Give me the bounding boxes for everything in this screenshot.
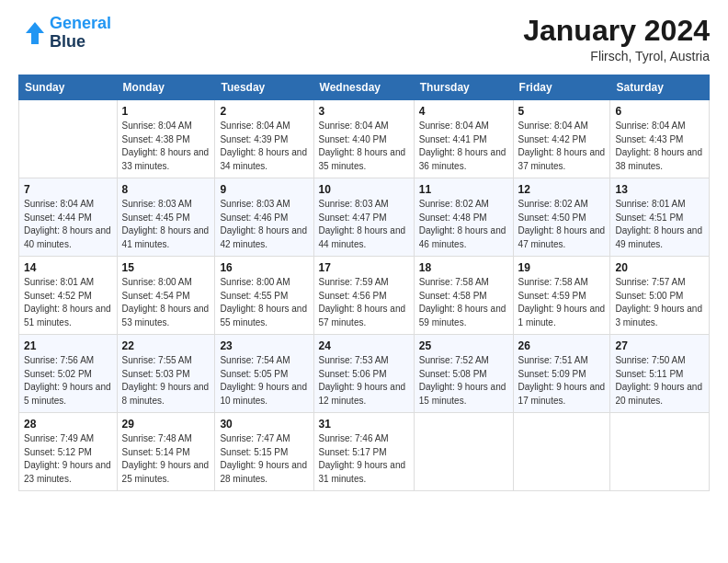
day-number: 11 [419, 183, 508, 196]
day-cell: 17 Sunrise: 7:59 AMSunset: 4:56 PMDaylig… [313, 257, 414, 335]
logo: General Blue [18, 15, 111, 52]
day-detail: Sunrise: 7:49 AMSunset: 5:12 PMDaylight:… [24, 432, 112, 486]
day-cell: 1 Sunrise: 8:04 AMSunset: 4:38 PMDayligh… [117, 100, 215, 178]
day-detail: Sunrise: 7:55 AMSunset: 5:03 PMDaylight:… [122, 354, 210, 408]
day-cell [610, 413, 710, 491]
day-cell: 24 Sunrise: 7:53 AMSunset: 5:06 PMDaylig… [313, 335, 414, 413]
day-number: 2 [220, 105, 308, 118]
col-monday: Monday [117, 75, 215, 100]
day-cell: 16 Sunrise: 8:00 AMSunset: 4:55 PMDaylig… [215, 257, 313, 335]
day-detail: Sunrise: 8:02 AMSunset: 4:48 PMDaylight:… [419, 198, 508, 251]
day-detail: Sunrise: 7:50 AMSunset: 5:11 PMDaylight:… [615, 354, 704, 408]
day-cell: 10 Sunrise: 8:03 AMSunset: 4:47 PMDaylig… [313, 178, 414, 257]
location: Flirsch, Tyrol, Austria [523, 49, 710, 63]
page: General Blue January 2024 Flirsch, Tyrol… [0, 0, 728, 563]
day-detail: Sunrise: 7:51 AMSunset: 5:09 PMDaylight:… [518, 354, 606, 408]
logo-icon [18, 20, 46, 46]
day-detail: Sunrise: 8:04 AMSunset: 4:41 PMDaylight:… [419, 120, 508, 173]
day-number: 15 [122, 261, 210, 274]
day-number: 9 [220, 183, 308, 196]
day-detail: Sunrise: 7:53 AMSunset: 5:06 PMDaylight:… [319, 354, 409, 408]
day-number: 14 [24, 261, 112, 274]
header: General Blue January 2024 Flirsch, Tyrol… [18, 15, 710, 63]
day-detail: Sunrise: 8:02 AMSunset: 4:50 PMDaylight:… [518, 198, 606, 251]
day-cell [414, 413, 513, 491]
day-cell: 31 Sunrise: 7:46 AMSunset: 5:17 PMDaylig… [313, 413, 414, 491]
day-cell: 28 Sunrise: 7:49 AMSunset: 5:12 PMDaylig… [19, 413, 118, 491]
day-number: 18 [419, 261, 508, 274]
day-detail: Sunrise: 7:48 AMSunset: 5:14 PMDaylight:… [122, 432, 210, 486]
day-number: 26 [518, 339, 606, 352]
day-number: 12 [518, 183, 606, 196]
day-number: 30 [220, 418, 308, 431]
day-detail: Sunrise: 8:03 AMSunset: 4:45 PMDaylight:… [122, 198, 210, 251]
day-cell: 22 Sunrise: 7:55 AMSunset: 5:03 PMDaylig… [117, 335, 215, 413]
col-saturday: Saturday [610, 75, 710, 100]
day-number: 8 [122, 183, 210, 196]
calendar-table: Sunday Monday Tuesday Wednesday Thursday… [18, 75, 710, 491]
day-cell: 26 Sunrise: 7:51 AMSunset: 5:09 PMDaylig… [513, 335, 610, 413]
day-detail: Sunrise: 7:46 AMSunset: 5:17 PMDaylight:… [319, 432, 409, 486]
day-number: 4 [419, 105, 508, 118]
month-title: January 2024 [523, 15, 710, 47]
day-detail: Sunrise: 7:52 AMSunset: 5:08 PMDaylight:… [419, 354, 508, 408]
day-detail: Sunrise: 8:01 AMSunset: 4:52 PMDaylight:… [24, 276, 112, 329]
day-detail: Sunrise: 7:57 AMSunset: 5:00 PMDaylight:… [615, 276, 704, 329]
day-number: 21 [24, 339, 112, 352]
day-cell: 6 Sunrise: 8:04 AMSunset: 4:43 PMDayligh… [610, 100, 710, 178]
day-number: 16 [220, 261, 308, 274]
day-number: 29 [122, 418, 210, 431]
day-number: 19 [518, 261, 606, 274]
week-row-3: 14 Sunrise: 8:01 AMSunset: 4:52 PMDaylig… [19, 257, 710, 335]
day-cell: 15 Sunrise: 8:00 AMSunset: 4:54 PMDaylig… [117, 257, 215, 335]
day-cell: 2 Sunrise: 8:04 AMSunset: 4:39 PMDayligh… [215, 100, 313, 178]
col-wednesday: Wednesday [313, 75, 414, 100]
day-cell: 30 Sunrise: 7:47 AMSunset: 5:15 PMDaylig… [215, 413, 313, 491]
day-number: 3 [319, 105, 409, 118]
day-cell [19, 100, 118, 178]
day-number: 13 [615, 183, 704, 196]
day-detail: Sunrise: 8:03 AMSunset: 4:47 PMDaylight:… [319, 198, 409, 251]
day-cell: 3 Sunrise: 8:04 AMSunset: 4:40 PMDayligh… [313, 100, 414, 178]
day-cell: 5 Sunrise: 8:04 AMSunset: 4:42 PMDayligh… [513, 100, 610, 178]
day-detail: Sunrise: 8:04 AMSunset: 4:38 PMDaylight:… [122, 120, 210, 173]
day-number: 7 [24, 183, 112, 196]
day-cell: 20 Sunrise: 7:57 AMSunset: 5:00 PMDaylig… [610, 257, 710, 335]
day-detail: Sunrise: 8:04 AMSunset: 4:39 PMDaylight:… [220, 120, 308, 173]
title-block: January 2024 Flirsch, Tyrol, Austria [523, 15, 710, 63]
day-cell: 23 Sunrise: 7:54 AMSunset: 5:05 PMDaylig… [215, 335, 313, 413]
day-detail: Sunrise: 7:58 AMSunset: 4:58 PMDaylight:… [419, 276, 508, 329]
day-number: 10 [319, 183, 409, 196]
day-cell: 21 Sunrise: 7:56 AMSunset: 5:02 PMDaylig… [19, 335, 118, 413]
day-detail: Sunrise: 8:04 AMSunset: 4:40 PMDaylight:… [319, 120, 409, 173]
week-row-1: 1 Sunrise: 8:04 AMSunset: 4:38 PMDayligh… [19, 100, 710, 178]
day-cell: 11 Sunrise: 8:02 AMSunset: 4:48 PMDaylig… [414, 178, 513, 257]
logo-text: General Blue [50, 15, 111, 52]
day-number: 22 [122, 339, 210, 352]
day-number: 23 [220, 339, 308, 352]
day-number: 1 [122, 105, 210, 118]
day-detail: Sunrise: 7:58 AMSunset: 4:59 PMDaylight:… [518, 276, 606, 329]
day-number: 27 [615, 339, 704, 352]
day-detail: Sunrise: 7:59 AMSunset: 4:56 PMDaylight:… [319, 276, 409, 329]
day-number: 31 [319, 418, 409, 431]
day-cell: 18 Sunrise: 7:58 AMSunset: 4:58 PMDaylig… [414, 257, 513, 335]
day-detail: Sunrise: 8:03 AMSunset: 4:46 PMDaylight:… [220, 198, 308, 251]
day-cell [513, 413, 610, 491]
day-cell: 19 Sunrise: 7:58 AMSunset: 4:59 PMDaylig… [513, 257, 610, 335]
day-number: 20 [615, 261, 704, 274]
day-number: 6 [615, 105, 704, 118]
week-row-2: 7 Sunrise: 8:04 AMSunset: 4:44 PMDayligh… [19, 178, 710, 257]
week-row-5: 28 Sunrise: 7:49 AMSunset: 5:12 PMDaylig… [19, 413, 710, 491]
day-detail: Sunrise: 8:04 AMSunset: 4:42 PMDaylight:… [518, 120, 606, 173]
day-detail: Sunrise: 8:04 AMSunset: 4:44 PMDaylight:… [24, 198, 112, 251]
day-cell: 14 Sunrise: 8:01 AMSunset: 4:52 PMDaylig… [19, 257, 118, 335]
day-number: 28 [24, 418, 112, 431]
day-number: 17 [319, 261, 409, 274]
day-cell: 9 Sunrise: 8:03 AMSunset: 4:46 PMDayligh… [215, 178, 313, 257]
header-row: Sunday Monday Tuesday Wednesday Thursday… [19, 75, 710, 100]
day-detail: Sunrise: 7:54 AMSunset: 5:05 PMDaylight:… [220, 354, 308, 408]
day-detail: Sunrise: 8:00 AMSunset: 4:55 PMDaylight:… [220, 276, 308, 329]
day-cell: 27 Sunrise: 7:50 AMSunset: 5:11 PMDaylig… [610, 335, 710, 413]
svg-marker-0 [26, 22, 44, 44]
